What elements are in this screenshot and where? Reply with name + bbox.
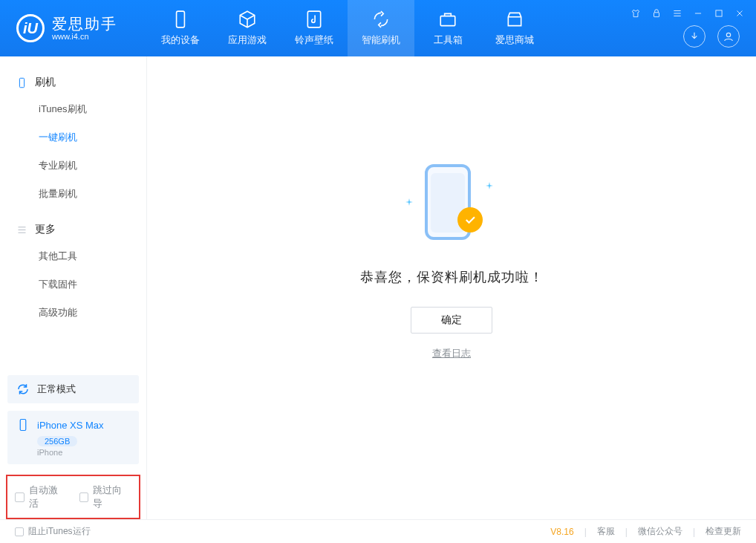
music-icon: [304, 10, 324, 29]
close-icon[interactable]: [734, 7, 746, 19]
svg-rect-6: [19, 78, 24, 88]
app-body: 刷机 iTunes刷机 一键刷机 专业刷机 批量刷机 更多 其他工具 下载固件 …: [0, 56, 756, 519]
list-icon: [16, 224, 27, 235]
sidebar-group-more[interactable]: 更多: [0, 217, 146, 242]
nav-label: 铃声壁纸: [295, 33, 333, 47]
main-nav: 我的设备 应用游戏 铃声壁纸 智能刷机 工具箱 爱思商城: [147, 0, 548, 56]
checkbox-label: 跳过向导: [93, 484, 131, 510]
sidebar-item-itunes-flash[interactable]: iTunes刷机: [0, 95, 146, 123]
device-panel: 正常模式 iPhone XS Max 256GB iPhone: [0, 375, 146, 464]
sidebar-group-flash[interactable]: 刷机: [0, 70, 146, 95]
titlebar-controls: [630, 7, 746, 19]
lock-icon[interactable]: [651, 7, 662, 19]
checkbox-label: 阻止iTunes运行: [28, 525, 91, 538]
svg-rect-3: [654, 13, 659, 17]
logo-text: 爱思助手 www.i4.cn: [52, 16, 117, 42]
shirt-icon[interactable]: [630, 7, 642, 19]
download-icon[interactable]: [683, 25, 706, 48]
support-link[interactable]: 客服: [597, 525, 615, 538]
mode-label: 正常模式: [37, 383, 76, 396]
phone-icon: [16, 77, 27, 88]
sidebar-scroll: 刷机 iTunes刷机 一键刷机 专业刷机 批量刷机 更多 其他工具 下载固件 …: [0, 56, 146, 375]
device-type: iPhone: [37, 448, 130, 457]
checkbox-skip-guide[interactable]: 跳过向导: [79, 484, 132, 510]
separator: |: [693, 527, 695, 537]
sidebar-item-download-firmware[interactable]: 下载固件: [0, 270, 146, 299]
logo-area: iU 爱思助手 www.i4.cn: [0, 14, 147, 42]
sidebar-item-batch-flash[interactable]: 批量刷机: [0, 180, 146, 208]
sparkle-icon: [405, 195, 413, 203]
checkbox-box-icon: [15, 527, 24, 536]
nav-store[interactable]: 爱思商城: [481, 0, 548, 56]
check-badge-icon: [457, 207, 483, 233]
header-actions: [683, 25, 740, 48]
footer: 阻止iTunes运行 V8.16 | 客服 | 微信公众号 | 检查更新: [0, 519, 756, 543]
check-update-link[interactable]: 检查更新: [706, 525, 741, 538]
device-icon: [171, 10, 190, 29]
version-label: V8.16: [550, 527, 573, 537]
checkbox-label: 自动激活: [29, 484, 68, 510]
app-header: iU 爱思助手 www.i4.cn 我的设备 应用游戏 铃声壁纸 智能刷机 工具…: [0, 0, 756, 56]
success-illustration: [400, 157, 504, 246]
nav-smart-flash[interactable]: 智能刷机: [348, 0, 414, 56]
options-row: 自动激活 跳过向导: [6, 475, 140, 519]
sparkle-icon: [486, 179, 493, 186]
group-title: 刷机: [35, 76, 56, 89]
maximize-icon[interactable]: [713, 7, 725, 19]
svg-rect-7: [20, 420, 26, 431]
main-content: 恭喜您，保资料刷机成功啦！ 确定 查看日志: [147, 56, 756, 519]
sidebar-item-advanced[interactable]: 高级功能: [0, 299, 146, 327]
minimize-icon[interactable]: [692, 7, 704, 19]
nav-label: 工具箱: [434, 33, 463, 47]
refresh-icon: [371, 10, 391, 29]
separator: |: [584, 527, 587, 537]
device-card[interactable]: iPhone XS Max 256GB iPhone: [7, 411, 139, 464]
nav-ringtones-wallpapers[interactable]: 铃声壁纸: [281, 0, 348, 56]
checkbox-box-icon: [15, 492, 25, 502]
wechat-link[interactable]: 微信公众号: [638, 525, 682, 538]
sidebar-item-oneclick-flash[interactable]: 一键刷机: [0, 123, 146, 152]
footer-right: V8.16 | 客服 | 微信公众号 | 检查更新: [550, 525, 741, 538]
checkbox-auto-activate[interactable]: 自动激活: [15, 484, 68, 510]
store-icon: [505, 10, 524, 29]
toolbox-icon: [438, 10, 457, 29]
device-name-row: iPhone XS Max: [16, 418, 130, 432]
nav-label: 应用游戏: [228, 33, 267, 47]
separator: |: [625, 527, 628, 537]
menu-icon[interactable]: [671, 7, 683, 19]
app-title: 爱思助手: [52, 16, 117, 32]
sidebar: 刷机 iTunes刷机 一键刷机 专业刷机 批量刷机 更多 其他工具 下载固件 …: [0, 56, 147, 519]
app-url: www.i4.cn: [52, 32, 117, 42]
user-icon[interactable]: [717, 25, 740, 48]
success-message: 恭喜您，保资料刷机成功啦！: [360, 268, 544, 286]
refresh-small-icon: [16, 383, 30, 396]
nav-label: 智能刷机: [362, 33, 400, 47]
checkbox-block-itunes[interactable]: 阻止iTunes运行: [15, 525, 91, 538]
ok-button[interactable]: 确定: [411, 307, 492, 334]
sidebar-item-pro-flash[interactable]: 专业刷机: [0, 152, 146, 180]
nav-label: 爱思商城: [495, 33, 534, 47]
device-name: iPhone XS Max: [37, 420, 104, 431]
sidebar-item-other-tools[interactable]: 其他工具: [0, 242, 146, 270]
svg-rect-2: [440, 16, 455, 26]
view-log-link[interactable]: 查看日志: [432, 347, 471, 360]
svg-rect-4: [716, 10, 722, 16]
svg-point-5: [726, 33, 730, 36]
cube-icon: [238, 10, 257, 29]
nav-toolbox[interactable]: 工具箱: [414, 0, 481, 56]
logo-icon: iU: [16, 14, 45, 42]
svg-rect-1: [307, 11, 320, 27]
group-title: 更多: [35, 223, 56, 236]
checkbox-box-icon: [79, 492, 89, 502]
nav-label: 我的设备: [161, 33, 200, 47]
phone-small-icon: [16, 418, 30, 432]
svg-rect-0: [177, 11, 185, 27]
mode-card[interactable]: 正常模式: [7, 375, 139, 403]
nav-my-device[interactable]: 我的设备: [147, 0, 214, 56]
device-capacity: 256GB: [37, 436, 77, 446]
nav-apps-games[interactable]: 应用游戏: [214, 0, 281, 56]
